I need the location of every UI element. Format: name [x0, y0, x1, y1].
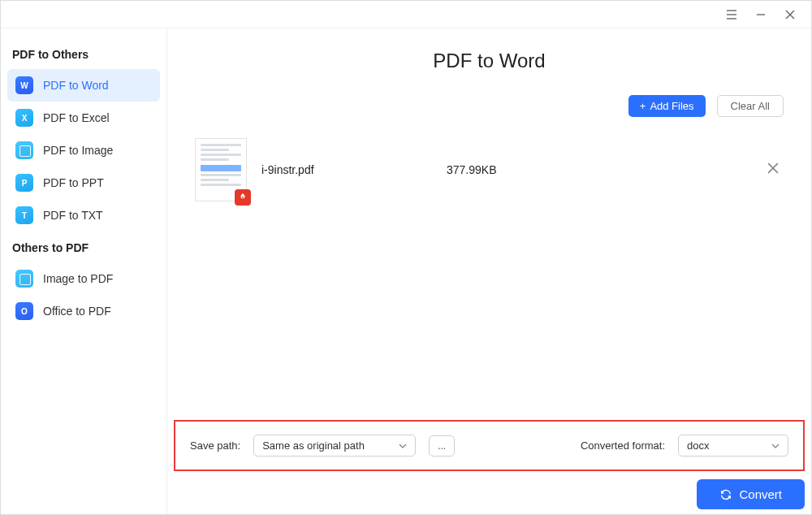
sidebar-item-label: Image to PDF: [43, 272, 113, 285]
browse-path-button[interactable]: ...: [429, 435, 455, 457]
add-files-label: Add Files: [650, 100, 693, 112]
close-button[interactable]: [775, 3, 805, 26]
remove-file-button[interactable]: [762, 158, 784, 182]
ppt-icon: P: [15, 174, 33, 192]
sidebar-item-label: PDF to Word: [43, 79, 109, 92]
sidebar: PDF to Others W PDF to Word X PDF to Exc…: [1, 28, 167, 514]
plus-icon: +: [640, 100, 646, 112]
sidebar-item-label: PDF to TXT: [43, 209, 103, 222]
sidebar-item-label: Office to PDF: [43, 305, 111, 318]
sidebar-section-pdf-to-others: PDF to Others: [7, 38, 160, 69]
file-row: i-9instr.pdf 377.99KB: [195, 132, 784, 208]
page-title: PDF to Word: [167, 28, 811, 95]
sidebar-item-label: PDF to PPT: [43, 176, 104, 189]
sidebar-item-label: PDF to Excel: [43, 111, 110, 124]
pdf-badge-icon: [235, 189, 251, 206]
file-size: 377.99KB: [447, 163, 748, 176]
save-path-label: Save path:: [190, 439, 240, 452]
browse-label: ...: [438, 440, 446, 452]
clear-all-label: Clear All: [731, 100, 770, 112]
sidebar-item-pdf-to-txt[interactable]: T PDF to TXT: [7, 199, 160, 232]
add-files-button[interactable]: + Add Files: [628, 95, 706, 117]
window-titlebar: [1, 1, 811, 28]
save-path-value: Same as original path: [262, 439, 365, 452]
file-name: i-9instr.pdf: [261, 163, 432, 176]
options-panel: Save path: Same as original path ... Con…: [174, 420, 805, 471]
save-path-select[interactable]: Same as original path: [253, 435, 416, 457]
sidebar-item-pdf-to-excel[interactable]: X PDF to Excel: [7, 102, 160, 134]
format-value: docx: [687, 439, 709, 452]
format-select[interactable]: docx: [678, 435, 788, 457]
sidebar-item-pdf-to-ppt[interactable]: P PDF to PPT: [7, 167, 160, 199]
clear-all-button[interactable]: Clear All: [717, 95, 784, 117]
office-icon: O: [15, 302, 33, 320]
main-panel: PDF to Word + Add Files Clear All: [167, 28, 811, 514]
image-icon: [15, 141, 33, 159]
refresh-icon: [719, 488, 732, 501]
minimize-button[interactable]: [746, 3, 775, 26]
sidebar-item-pdf-to-word[interactable]: W PDF to Word: [7, 69, 160, 102]
sidebar-item-label: PDF to Image: [43, 144, 113, 157]
sidebar-section-others-to-pdf: Others to PDF: [7, 232, 160, 262]
image-icon: [15, 270, 33, 288]
excel-icon: X: [15, 109, 33, 127]
convert-button[interactable]: Convert: [697, 479, 805, 509]
sidebar-item-office-to-pdf[interactable]: O Office to PDF: [7, 295, 160, 327]
chevron-down-icon: [771, 442, 780, 450]
format-label: Converted format:: [581, 439, 665, 452]
convert-label: Convert: [739, 487, 782, 501]
file-thumbnail: [195, 138, 247, 201]
sidebar-item-pdf-to-image[interactable]: PDF to Image: [7, 134, 160, 167]
chevron-down-icon: [399, 442, 407, 450]
sidebar-item-image-to-pdf[interactable]: Image to PDF: [7, 262, 160, 295]
menu-icon[interactable]: [717, 3, 746, 26]
word-icon: W: [15, 76, 33, 94]
txt-icon: T: [15, 206, 33, 224]
